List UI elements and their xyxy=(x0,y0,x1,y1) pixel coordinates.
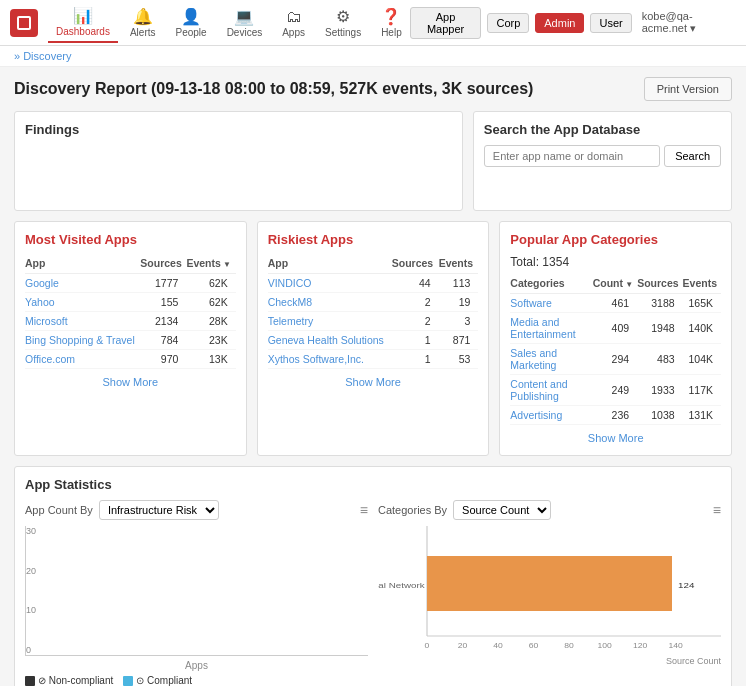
table-row: Advertising 236 1038 131K xyxy=(510,406,721,425)
app-name[interactable]: Xythos Software,Inc. xyxy=(268,350,392,369)
events-val: 165K xyxy=(683,294,721,313)
right-bar-svg: Social Network 124 0 20 40 60 80 100 120… xyxy=(378,526,721,656)
table-row: Bing Shopping & Travel 784 23K xyxy=(25,331,236,350)
table-row: VINDICO 44 113 xyxy=(268,274,479,293)
source-count: 2 xyxy=(392,293,439,312)
right-chart-menu-icon[interactable]: ≡ xyxy=(713,502,721,518)
event-count: 19 xyxy=(439,293,479,312)
source-count: 1 xyxy=(392,350,439,369)
app-name[interactable]: VINDICO xyxy=(268,274,392,293)
categories-table: Categories Count Sources Events Software… xyxy=(510,275,721,425)
app-name[interactable]: Microsoft xyxy=(25,312,140,331)
event-count: 113 xyxy=(439,274,479,293)
left-chart-menu-icon[interactable]: ≡ xyxy=(360,502,368,518)
nav-item-dashboards[interactable]: 📊 Dashboards xyxy=(48,2,118,43)
col-events-mv[interactable]: Events xyxy=(186,255,235,274)
top-panels: Findings Search the App Database Search xyxy=(14,111,732,211)
help-icon: ❓ xyxy=(381,7,401,26)
findings-panel: Findings xyxy=(14,111,463,211)
nav-item-alerts[interactable]: 🔔 Alerts xyxy=(122,3,164,42)
riskiest-apps-panel: Riskiest Apps App Sources Events VINDICO… xyxy=(257,221,490,456)
app-name[interactable]: Yahoo xyxy=(25,293,140,312)
most-visited-title: Most Visited Apps xyxy=(25,232,236,247)
categories-show-more[interactable]: Show More xyxy=(510,431,721,445)
category-name[interactable]: Advertising xyxy=(510,406,592,425)
events-val: 104K xyxy=(683,344,721,375)
three-app-panels: Most Visited Apps App Sources Events Goo… xyxy=(14,221,732,456)
cat-total: Total: 1354 xyxy=(510,255,721,269)
right-chart: Categories By Source Count ≡ xyxy=(378,500,721,686)
app-name[interactable]: Google xyxy=(25,274,140,293)
stats-charts: App Count By Infrastructure Risk ≡ 30 20… xyxy=(25,500,721,686)
event-count: 28K xyxy=(186,312,235,331)
left-chart-select[interactable]: Infrastructure Risk xyxy=(99,500,219,520)
breadcrumb-link[interactable]: » Discovery xyxy=(14,50,71,62)
search-heading: Search the App Database xyxy=(484,122,721,137)
riskiest-apps-title: Riskiest Apps xyxy=(268,232,479,247)
most-visited-table: App Sources Events Google 1777 62K Yahoo… xyxy=(25,255,236,369)
noncompliant-icon xyxy=(25,676,35,686)
event-count: 62K xyxy=(186,274,235,293)
app-mapper-button[interactable]: App Mapper xyxy=(410,7,482,39)
app-statistics-section: App Statistics App Count By Infrastructu… xyxy=(14,466,732,686)
show-more-link-mv[interactable]: Show More xyxy=(103,376,159,388)
category-name[interactable]: Content and Publishing xyxy=(510,375,592,406)
nav-item-settings[interactable]: ⚙ Settings xyxy=(317,3,369,42)
popular-categories-title: Popular App Categories xyxy=(510,232,721,247)
sources-val: 1933 xyxy=(637,375,682,406)
col-count[interactable]: Count xyxy=(593,275,637,294)
most-visited-show-more[interactable]: Show More xyxy=(25,375,236,389)
left-bar-chart: 30 20 10 0 xyxy=(25,526,368,656)
app-name[interactable]: CheckM8 xyxy=(268,293,392,312)
count-val: 409 xyxy=(593,313,637,344)
table-row: Yahoo 155 62K xyxy=(25,293,236,312)
app-name[interactable]: Office.com xyxy=(25,350,140,369)
table-row: Software 461 3188 165K xyxy=(510,294,721,313)
show-more-link-ra[interactable]: Show More xyxy=(345,376,401,388)
nav-item-people[interactable]: 👤 People xyxy=(167,3,214,42)
nav-item-help[interactable]: ❓ Help xyxy=(373,3,410,42)
search-button[interactable]: Search xyxy=(664,145,721,167)
event-count: 13K xyxy=(186,350,235,369)
admin-button[interactable]: Admin xyxy=(535,13,584,33)
nav-item-apps[interactable]: 🗂 Apps xyxy=(274,4,313,42)
print-version-button[interactable]: Print Version xyxy=(644,77,732,101)
report-title: Discovery Report (09-13-18 08:00 to 08:5… xyxy=(14,80,533,98)
category-name[interactable]: Sales and Marketing xyxy=(510,344,592,375)
corp-button[interactable]: Corp xyxy=(487,13,529,33)
source-count: 155 xyxy=(140,293,186,312)
app-name[interactable]: Telemetry xyxy=(268,312,392,331)
sources-val: 483 xyxy=(637,344,682,375)
riskiest-show-more[interactable]: Show More xyxy=(268,375,479,389)
events-val: 117K xyxy=(683,375,721,406)
svg-text:120: 120 xyxy=(633,642,648,650)
svg-text:60: 60 xyxy=(529,642,539,650)
show-more-link-cat[interactable]: Show More xyxy=(588,432,644,444)
svg-text:124: 124 xyxy=(678,581,694,590)
app-name[interactable]: Geneva Health Solutions xyxy=(268,331,392,350)
most-visited-panel: Most Visited Apps App Sources Events Goo… xyxy=(14,221,247,456)
report-header: Discovery Report (09-13-18 08:00 to 08:5… xyxy=(14,77,732,101)
right-chart-select[interactable]: Source Count xyxy=(453,500,551,520)
left-chart-header: App Count By Infrastructure Risk ≡ xyxy=(25,500,368,520)
chart-legend: ⊘ Non-compliant ⊙ Compliant xyxy=(25,675,368,686)
search-input[interactable] xyxy=(484,145,660,167)
nav-item-devices[interactable]: 💻 Devices xyxy=(219,3,271,42)
app-name[interactable]: Bing Shopping & Travel xyxy=(25,331,140,350)
table-row: Microsoft 2134 28K xyxy=(25,312,236,331)
breadcrumb: » Discovery xyxy=(0,46,746,67)
y-axis-labels: 30 20 10 0 xyxy=(26,526,36,655)
user-email[interactable]: kobe@qa-acme.net ▾ xyxy=(642,10,736,35)
category-name[interactable]: Media and Entertainment xyxy=(510,313,592,344)
svg-text:20: 20 xyxy=(458,642,468,650)
right-chart-label: Categories By xyxy=(378,504,447,516)
source-count: 784 xyxy=(140,331,186,350)
user-button[interactable]: User xyxy=(590,13,631,33)
nav-logo[interactable] xyxy=(10,9,38,37)
findings-heading: Findings xyxy=(25,122,452,137)
category-name[interactable]: Software xyxy=(510,294,592,313)
col-app-ra: App xyxy=(268,255,392,274)
source-count: 1 xyxy=(392,331,439,350)
right-chart-area: Social Network 124 0 20 40 60 80 100 120… xyxy=(378,526,721,666)
sources-val: 1948 xyxy=(637,313,682,344)
